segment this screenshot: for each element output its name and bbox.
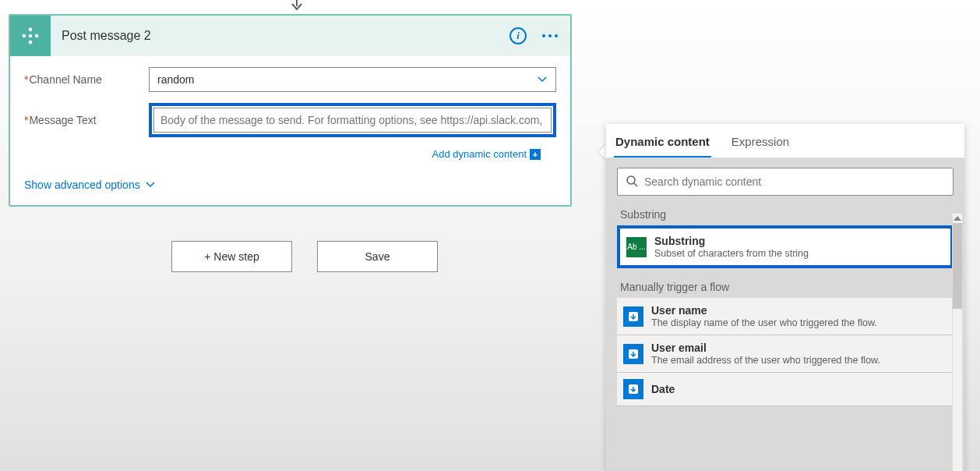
dc-section-manual: Manually trigger a flow User name The di… — [617, 281, 954, 406]
svg-point-5 — [627, 176, 635, 184]
message-input-wrap — [149, 103, 556, 137]
dc-item-title: Date — [651, 383, 675, 395]
info-icon[interactable]: i — [509, 27, 527, 44]
flow-action-card: Post message 2 i *Channel Name random *M… — [9, 14, 572, 207]
dc-tabs: Dynamic content Expression — [606, 124, 964, 158]
slack-icon — [10, 16, 51, 56]
svg-rect-2 — [35, 34, 39, 38]
svg-rect-1 — [29, 28, 33, 32]
card-title: Post message 2 — [51, 29, 509, 43]
svg-line-6 — [634, 183, 637, 186]
scroll-up-icon — [954, 216, 961, 221]
channel-select[interactable]: random — [149, 67, 556, 92]
action-buttons: + New step Save — [171, 241, 438, 272]
search-box — [617, 168, 954, 196]
svg-rect-4 — [29, 34, 33, 38]
search-input[interactable] — [644, 175, 945, 188]
trigger-icon — [623, 379, 643, 399]
dc-section-title: Manually trigger a flow — [617, 281, 954, 293]
trigger-icon — [623, 306, 643, 327]
message-field-row: *Message Text — [24, 103, 556, 137]
scrollbar[interactable] — [952, 213, 963, 471]
trigger-icon — [623, 344, 643, 364]
menu-dots-icon[interactable] — [539, 31, 561, 41]
dc-item-user-name[interactable]: User name The display name of the user w… — [617, 298, 954, 335]
show-advanced-options[interactable]: Show advanced options — [24, 179, 556, 191]
dc-item-title: Substring — [654, 235, 809, 247]
dynamic-content-panel: Dynamic content Expression Substring Ab … — [606, 124, 964, 471]
svg-rect-0 — [23, 34, 26, 38]
channel-field-row: *Channel Name random — [24, 67, 556, 92]
channel-label: *Channel Name — [24, 73, 149, 86]
card-body: *Channel Name random *Message Text Add d… — [10, 56, 570, 205]
new-step-button[interactable]: + New step — [171, 241, 292, 272]
card-header[interactable]: Post message 2 i — [10, 16, 570, 56]
dc-item-desc: The display name of the user who trigger… — [651, 317, 877, 328]
dc-body: Substring Ab ... Substring Subset of cha… — [606, 158, 964, 471]
message-label: *Message Text — [24, 114, 149, 126]
dc-item-title: User email — [651, 342, 880, 354]
dc-item-desc: Subset of characters from the string — [654, 248, 809, 259]
scroll-thumb[interactable] — [953, 223, 962, 309]
dc-item-date[interactable]: Date — [617, 373, 954, 406]
panel-tail-icon — [598, 144, 606, 160]
search-icon — [626, 175, 638, 189]
chevron-down-icon — [145, 179, 156, 191]
dc-item-substring[interactable]: Ab ... Substring Subset of characters fr… — [617, 225, 954, 268]
dc-item-desc: The email address of the user who trigge… — [651, 355, 880, 366]
tab-dynamic-content[interactable]: Dynamic content — [614, 130, 711, 158]
substring-icon: Ab ... — [626, 237, 647, 257]
dc-item-user-email[interactable]: User email The email address of the user… — [617, 335, 954, 373]
dc-item-title: User name — [651, 304, 877, 317]
message-input[interactable] — [153, 108, 552, 133]
channel-value: random — [157, 73, 194, 86]
plus-icon: + — [530, 149, 541, 160]
save-button[interactable]: Save — [317, 241, 438, 272]
add-dynamic-content-link[interactable]: Add dynamic content + — [24, 148, 541, 160]
arrow-down-icon — [288, 0, 305, 13]
dc-section-title: Substring — [617, 208, 954, 221]
tab-expression[interactable]: Expression — [730, 130, 791, 158]
chevron-down-icon — [537, 73, 548, 86]
dc-section-substring: Substring Ab ... Substring Subset of cha… — [617, 208, 954, 268]
svg-rect-3 — [29, 41, 33, 44]
